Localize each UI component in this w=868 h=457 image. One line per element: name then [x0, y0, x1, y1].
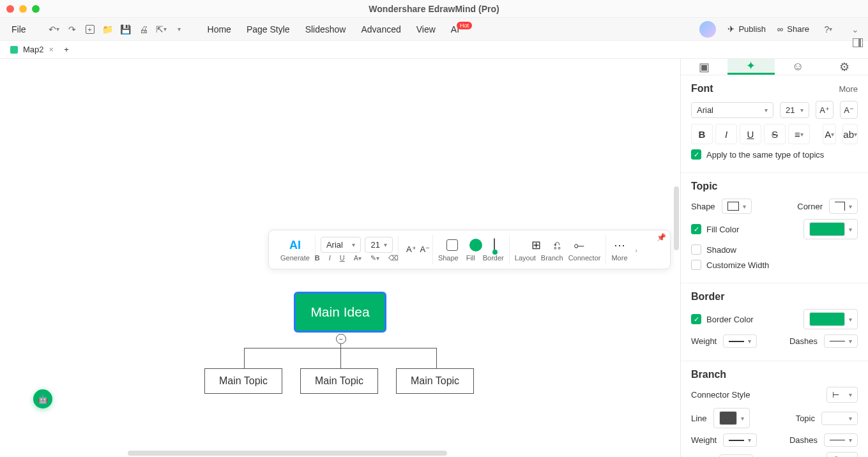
help-button[interactable]: ? ▾ — [821, 22, 836, 37]
ft-shape-button[interactable]: Shape — [438, 254, 459, 262]
child-node-3[interactable]: Main Topic — [396, 368, 474, 394]
ft-increase-font-button[interactable]: A⁺ — [406, 244, 416, 254]
apply-same-type-checkbox[interactable]: ✓ — [691, 149, 701, 160]
shadow-label: Shadow — [706, 245, 736, 255]
ft-overflow-button[interactable]: › — [633, 245, 640, 255]
ft-layout-button[interactable]: Layout — [515, 254, 536, 262]
branch-line-select[interactable]: ▾ — [713, 408, 750, 428]
decrease-font-button[interactable]: A⁻ — [840, 101, 858, 119]
ft-italic-button[interactable]: I — [329, 254, 331, 262]
font-family-select[interactable]: Arial▾ — [691, 102, 773, 118]
expand-button[interactable]: ⌄ — [848, 22, 863, 37]
toggle-panel-button[interactable] — [853, 38, 863, 47]
ft-ai-generate[interactable]: AI Generate — [275, 235, 316, 264]
branch-arrow-select[interactable]: ▾ — [719, 454, 753, 458]
menu-pagestyle[interactable]: Page Style — [240, 22, 296, 37]
ft-highlight-button[interactable]: ✎▾ — [370, 254, 379, 262]
customwidth-checkbox[interactable] — [691, 260, 701, 270]
branch-dashes-select[interactable]: ▾ — [824, 433, 858, 447]
increase-font-button[interactable]: A⁺ — [816, 101, 834, 119]
side-panel: ▣ ✦ ☺ ⚙ FontMore Arial▾ 21▾ A⁺ A⁻ B I U … — [680, 59, 868, 457]
tab-label: Map2 — [23, 45, 44, 54]
root-node[interactable]: Main Idea — [294, 292, 386, 333]
undo-button[interactable]: ↶ ▾ — [47, 22, 62, 37]
ft-branch-button[interactable]: Branch — [541, 254, 563, 262]
menu-file[interactable]: File — [5, 22, 33, 37]
maximize-window-button[interactable] — [32, 5, 40, 13]
ft-underline-button[interactable]: U — [340, 254, 345, 262]
more-icon: ⋯ — [614, 238, 625, 252]
canvas[interactable]: 📌 AI Generate Arial▾ 21▾ B I U A▾ ✎▾ ⌫ — [0, 59, 680, 457]
floating-toolbar: 📌 AI Generate Arial▾ 21▾ B I U A▾ ✎▾ ⌫ — [268, 230, 671, 269]
fillcolor-select[interactable]: ▾ — [803, 219, 858, 239]
export-button[interactable]: ⇱ ▾ — [154, 22, 169, 37]
fill-icon — [469, 239, 482, 251]
fillcolor-checkbox[interactable]: ✓ — [691, 224, 701, 234]
menu-ai[interactable]: AIHot — [445, 22, 481, 37]
ft-connector-button[interactable]: Connector — [568, 254, 601, 262]
share-button[interactable]: ∞Share — [777, 24, 809, 34]
collapse-toggle[interactable]: − — [336, 334, 346, 344]
publish-button[interactable]: ✈Publish — [727, 24, 766, 34]
italic-button[interactable]: I — [715, 124, 737, 144]
child-node-1[interactable]: Main Topic — [204, 368, 282, 394]
corner-select[interactable]: ▾ — [829, 199, 858, 214]
font-size-select[interactable]: 21▾ — [780, 102, 809, 118]
border-weight-select[interactable]: ▾ — [723, 334, 757, 348]
horizontal-scrollbar[interactable] — [128, 451, 447, 456]
ft-bold-button[interactable]: B — [315, 254, 320, 262]
ft-decrease-font-button[interactable]: A⁻ — [420, 244, 430, 254]
chatbot-button[interactable]: 🤖 — [33, 389, 52, 408]
menu-home[interactable]: Home — [201, 22, 238, 37]
underline-button[interactable]: U — [740, 124, 761, 144]
border-dashes-select[interactable]: ▾ — [824, 334, 858, 348]
print-button[interactable]: 🖨 — [136, 22, 151, 37]
panel-tab-emoji[interactable]: ☺ — [775, 59, 821, 75]
branch-weight-select[interactable]: ▾ — [723, 433, 757, 447]
border-dashes-label: Dashes — [789, 336, 818, 346]
menu-view[interactable]: View — [410, 22, 442, 37]
export-more-button[interactable]: ▾ — [172, 22, 187, 37]
bordercolor-select[interactable]: ▾ — [803, 309, 858, 329]
bordercolor-checkbox[interactable]: ✓ — [691, 314, 701, 324]
ft-font-family-select[interactable]: Arial▾ — [321, 237, 362, 253]
child-node-2[interactable]: Main Topic — [300, 368, 378, 394]
ft-more-button[interactable]: More — [611, 254, 627, 262]
shape-select[interactable]: ▾ — [722, 199, 752, 214]
fontcolor-button[interactable]: A▾ — [823, 124, 836, 144]
ft-fill-button[interactable]: Fill — [466, 254, 475, 262]
pin-toolbar-button[interactable]: 📌 — [657, 233, 666, 242]
user-avatar[interactable] — [699, 21, 716, 38]
font-more-link[interactable]: More — [839, 84, 858, 94]
close-window-button[interactable] — [6, 5, 14, 13]
shadow-checkbox[interactable] — [691, 244, 701, 255]
new-button[interactable]: + — [82, 22, 98, 37]
branch-topic-select[interactable]: ▾ — [821, 412, 858, 425]
panel-tab-outline[interactable]: ▣ — [681, 59, 727, 75]
textcase-button[interactable]: ab▾ — [842, 124, 858, 144]
connstyle-select[interactable]: ⊢▾ — [826, 387, 858, 403]
publish-icon: ✈ — [727, 24, 735, 34]
branch-weight-label: Weight — [691, 435, 717, 445]
minimize-window-button[interactable] — [19, 5, 27, 13]
panel-tab-settings[interactable]: ⚙ — [821, 59, 868, 75]
new-tab-button[interactable]: + — [64, 45, 69, 54]
save-button[interactable]: 💾 — [118, 22, 133, 37]
redo-button[interactable]: ↷ — [65, 22, 80, 37]
strikethrough-button[interactable]: S — [764, 124, 786, 144]
panel-tab-style[interactable]: ✦ — [727, 59, 774, 75]
ft-fontcolor-button[interactable]: A▾ — [354, 254, 362, 262]
document-tabs: Map2 × + — [0, 41, 868, 59]
ft-font-size-select[interactable]: 21▾ — [365, 237, 392, 253]
open-button[interactable]: 📁 — [100, 22, 116, 37]
ft-border-button[interactable]: Border — [483, 254, 504, 262]
ft-clearformat-button[interactable]: ⌫ — [388, 254, 399, 262]
menu-slideshow[interactable]: Slideshow — [299, 22, 353, 37]
vertical-scrollbar[interactable] — [674, 186, 679, 250]
bold-button[interactable]: B — [691, 124, 713, 144]
menu-advanced[interactable]: Advanced — [354, 22, 407, 37]
align-button[interactable]: ≡▾ — [788, 124, 810, 144]
branch-tapered-select[interactable]: ⌒▾ — [826, 452, 858, 457]
tab-map2[interactable]: Map2 × — [4, 43, 60, 56]
close-tab-button[interactable]: × — [49, 45, 54, 54]
